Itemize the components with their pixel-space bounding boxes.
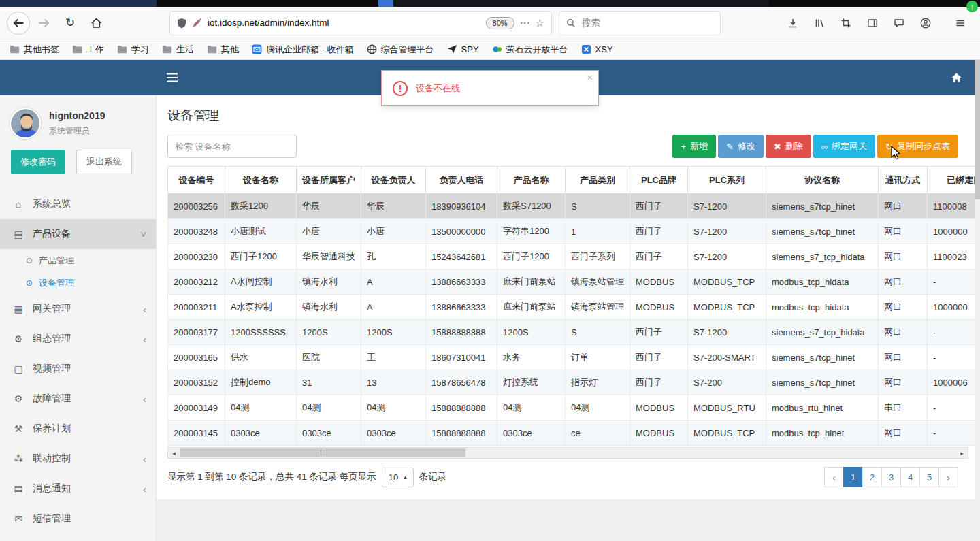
table-row[interactable]: 200003256数采1200华辰华辰18390936104数采S71200S西… (168, 194, 975, 219)
shield-icon[interactable] (177, 18, 186, 29)
device-search-input[interactable] (167, 135, 297, 158)
forward-arrow-icon (38, 17, 50, 29)
screenshot-button[interactable] (836, 13, 856, 33)
sidebar-toggle-button[interactable] (862, 13, 883, 33)
table-row[interactable]: 200003211A水泵控制镇海水利A13886663333庶来门前泵站镇海泵站… (168, 295, 975, 320)
insecure-edit-slash-icon[interactable] (192, 18, 202, 28)
pagination-page[interactable]: 3 (881, 467, 901, 487)
account-button[interactable] (915, 13, 936, 33)
sidebar-item-scada-mgmt[interactable]: ⚙组态管理‹ (0, 324, 156, 354)
add-button[interactable]: +新增 (672, 135, 716, 158)
cell: 0303ce (297, 421, 361, 446)
page-scrollbar-thumb[interactable] (975, 60, 980, 199)
page-viewport: hignton2019 系统管理员 修改密码 退出系统 ⌂系统总览▤产品设备˅⊙… (0, 60, 975, 541)
url-text[interactable]: iot.idosp.net/admin/index.html (208, 18, 480, 28)
update-arrow-badge-icon[interactable]: ↑ (966, 1, 978, 12)
alert-message: 设备不在线 (416, 82, 460, 95)
column-header: 产品类别 (566, 167, 630, 194)
app-home-button[interactable] (951, 72, 962, 86)
cell: 网口 (879, 320, 928, 345)
bookmark-item[interactable]: XSY (581, 44, 613, 54)
scrollbar-thumb[interactable] (180, 448, 466, 457)
table-row[interactable]: 2000031450303ce0303ce0303ce1588888888803… (168, 421, 975, 446)
pagination-page[interactable]: 4 (900, 467, 920, 487)
avatar[interactable] (10, 108, 41, 139)
reload-button[interactable]: ↻ (59, 12, 82, 35)
search-bar[interactable]: 搜索 (559, 12, 720, 35)
logout-button[interactable]: 退出系统 (76, 150, 132, 174)
table-row[interactable]: 200003248小唐测试小唐小唐13500000000字符串12001西门子S… (168, 219, 975, 244)
alert-close-icon[interactable]: × (587, 71, 593, 83)
browser-home-button[interactable] (84, 12, 108, 35)
cell: 15888888888 (426, 320, 497, 345)
pagination-prev[interactable]: ‹ (824, 467, 844, 487)
cell: 小唐 (361, 219, 426, 244)
sidebar-item-maintenance-plan[interactable]: ⚒保养计划 (0, 414, 156, 444)
cell: 200003230 (168, 244, 225, 269)
scroll-right-arrow-icon[interactable]: ▸ (956, 448, 968, 458)
cell: 1000000 (928, 219, 975, 244)
sidebar-item-linkage-control[interactable]: ⁂联动控制‹ (0, 444, 156, 474)
bookmark-item[interactable]: 腾讯企业邮箱 - 收件箱 (252, 44, 354, 56)
forward-button[interactable] (33, 12, 56, 35)
sidebar-item-video-mgmt[interactable]: ▢视频管理 (0, 354, 156, 384)
table-row[interactable]: 200003230西门子1200华辰智通科技孔15243642681西门子120… (168, 244, 975, 269)
sidebar-item-message-notify[interactable]: ▤消息通知‹ (0, 474, 156, 504)
bind-gateway-button[interactable]: ∞绑定网关 (813, 135, 875, 158)
sidebar-item-gateway-mgmt[interactable]: ▦网关管理‹ (0, 294, 156, 324)
table-row[interactable]: 200003165供水医院王18607310041水务订单西门子S7-200-S… (168, 345, 975, 370)
bookmark-item[interactable]: 其他书签 (10, 44, 59, 56)
table-row[interactable]: 200003152控制demo311315878656478灯控系统指示灯西门子… (168, 370, 975, 395)
url-bar[interactable]: iot.idosp.net/admin/index.html 80% ⋯ ☆ (170, 12, 551, 35)
cell: siemens_s7tcp_hinet (766, 219, 879, 244)
page-scrollbar[interactable] (975, 60, 980, 541)
sidebar-item-fault-mgmt[interactable]: ⚙故障管理‹ (0, 384, 156, 414)
plane-icon (447, 44, 457, 54)
table-row[interactable]: 2000031771200SSSSSS1200S1200S15888888888… (168, 320, 975, 345)
messages-button[interactable] (889, 13, 909, 33)
pagination-page[interactable]: 2 (862, 467, 882, 487)
page-size-dropdown[interactable]: 10 ▴ (382, 468, 414, 487)
bookmark-item[interactable]: 其他 (207, 44, 239, 56)
link-icon: ∞ (821, 142, 828, 152)
sidebar-item-system-overview[interactable]: ⌂系统总览 (0, 189, 156, 219)
cell: MODBUS_TCP (688, 421, 766, 446)
table-horizontal-scrollbar[interactable]: ◂ ▸ (167, 447, 968, 459)
pagination-next[interactable]: › (938, 467, 958, 487)
pagination-page[interactable]: 5 (919, 467, 939, 487)
zoom-indicator[interactable]: 80% (486, 17, 514, 29)
bookmark-item[interactable]: 综合管理平台 (367, 44, 434, 56)
bookmark-star-icon[interactable]: ☆ (536, 17, 544, 29)
table-row[interactable]: 200003212A水闸控制镇海水利A13886663333庶来门前泵站镇海泵站… (168, 269, 975, 295)
app-menu-button[interactable] (950, 13, 970, 33)
crop-icon (840, 18, 851, 29)
downloads-button[interactable] (783, 13, 803, 33)
change-password-button[interactable]: 修改密码 (11, 150, 65, 174)
bookmark-item[interactable]: 学习 (117, 44, 149, 56)
copy-sync-table-button[interactable]: ↻复制同步点表 (877, 135, 958, 158)
sidebar-item-product-device[interactable]: ▤产品设备˅ (0, 219, 156, 249)
bookmark-item[interactable]: SPY (447, 44, 479, 54)
sidebar-subitem-product-mgmt[interactable]: ⊙产品管理 (0, 249, 156, 272)
page-actions-icon[interactable]: ⋯ (520, 17, 530, 29)
cell: S7-200 (688, 370, 766, 395)
edit-button[interactable]: ✎修改 (718, 135, 764, 158)
content-card: 设备管理 +新增✎修改✖删除∞绑定网关↻复制同步点表 设备编号设备名称设备所属客… (157, 95, 975, 499)
delete-button[interactable]: ✖删除 (766, 135, 811, 158)
sidebar-subitem-device-mgmt[interactable]: ⊙设备管理 (0, 272, 156, 294)
bookmark-item[interactable]: 萤石云开放平台 (492, 44, 568, 56)
sidebar-collapse-toggle[interactable] (166, 73, 178, 85)
cell: 1200S (497, 320, 566, 345)
table-row[interactable]: 20000314904测04测04测1588888888804测04测MODBU… (168, 395, 975, 421)
bookmark-item[interactable]: 工作 (72, 44, 104, 56)
back-button[interactable] (7, 12, 30, 35)
bookmark-item[interactable]: 生活 (162, 44, 194, 56)
cell: 串口 (879, 395, 928, 421)
library-button[interactable] (809, 13, 830, 33)
sidebar-item-sms-mgmt[interactable]: ✉短信管理 (0, 504, 156, 534)
search-placeholder: 搜索 (582, 17, 600, 29)
xsy-icon (581, 44, 591, 54)
scroll-left-arrow-icon[interactable]: ◂ (168, 448, 180, 458)
pagination-page[interactable]: 1 (843, 467, 863, 487)
cell: siemens_s7tcp_hinet (766, 370, 879, 395)
